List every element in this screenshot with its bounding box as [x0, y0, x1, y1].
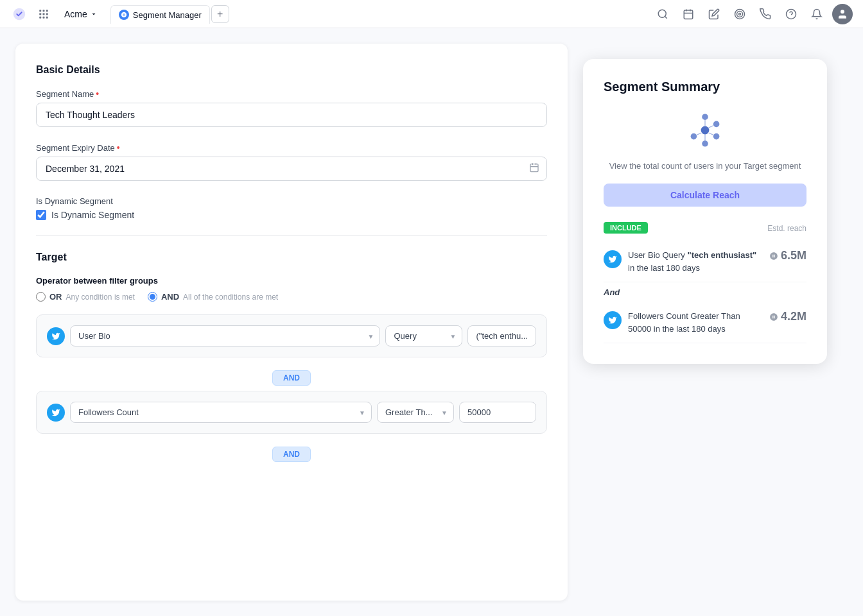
tab-label: Segment Manager — [133, 10, 202, 20]
and-button-1[interactable]: AND — [272, 370, 311, 386]
search-button[interactable] — [652, 4, 673, 24]
filter-field-wrapper-2: User Bio Followers Count Following Count… — [70, 402, 372, 423]
segment-summary-panel: Segment Summary View the total count of … — [583, 59, 827, 364]
summary-title: Segment Summary — [604, 80, 806, 94]
and-button-2[interactable]: AND — [272, 447, 311, 462]
filter-condition-select-2[interactable]: Greater Th... Less Than Equals — [377, 402, 454, 423]
calculate-reach-button[interactable]: Calculate Reach — [604, 184, 806, 207]
dynamic-label: Is Dynamic Segment — [36, 196, 547, 206]
svg-rect-7 — [43, 16, 45, 18]
filter-row-2: User Bio Followers Count Following Count… — [47, 402, 536, 423]
svg-rect-3 — [39, 13, 41, 15]
expiry-date-input[interactable] — [36, 157, 547, 181]
summary-item-text-1: User Bio Query "tech enthusiast" in the … — [628, 249, 763, 274]
svg-rect-2 — [46, 10, 48, 12]
brand-name: Acme — [64, 9, 87, 19]
segment-name-label: Segment Name • — [36, 89, 547, 99]
and-radio-option[interactable]: AND All of the conditions are met — [148, 292, 278, 302]
svg-point-28 — [713, 133, 720, 140]
svg-rect-1 — [43, 10, 45, 12]
filter-condition-select-1[interactable]: Query Contains Equals — [385, 325, 462, 346]
dynamic-checkbox-group: Is Dynamic Segment — [36, 210, 547, 220]
and-connector-1: AND — [36, 365, 547, 391]
operator-group: Operator between filter groups OR Any co… — [36, 276, 547, 302]
summary-description: View the total count of users in your Ta… — [604, 161, 806, 171]
tab-segment-manager[interactable]: Segment Manager — [110, 5, 210, 24]
summary-item-reach-2: 4.2M — [769, 310, 806, 323]
dynamic-checkbox[interactable] — [36, 210, 46, 220]
svg-point-26 — [702, 114, 708, 120]
target-section: Target Operator between filter groups OR… — [36, 252, 547, 467]
or-label: OR — [49, 292, 62, 302]
svg-rect-21 — [530, 164, 538, 172]
svg-line-33 — [709, 133, 713, 135]
summary-twitter-icon-1 — [604, 250, 622, 268]
network-icon — [684, 110, 726, 151]
topbar-actions — [652, 4, 853, 24]
filter-card-1: User Bio Followers Count Following Count… — [36, 314, 547, 357]
edit-button[interactable] — [704, 4, 724, 24]
brand-selector[interactable]: Acme — [59, 6, 103, 22]
and-radio[interactable] — [148, 292, 157, 302]
operator-label: Operator between filter groups — [36, 276, 547, 286]
or-radio-option[interactable]: OR Any condition is met — [36, 292, 135, 302]
estd-reach-label: Estd. reach — [767, 224, 806, 233]
svg-rect-5 — [46, 13, 48, 15]
svg-point-16 — [737, 11, 743, 17]
svg-line-35 — [697, 133, 701, 135]
topbar: Acme Segment Manager + — [0, 0, 863, 28]
svg-point-25 — [701, 126, 710, 135]
logo[interactable] — [10, 5, 28, 23]
svg-point-30 — [691, 133, 697, 140]
phone-button[interactable] — [755, 4, 776, 24]
segment-tab-icon — [119, 10, 129, 20]
filter-field-select-2[interactable]: User Bio Followers Count Following Count… — [70, 402, 372, 423]
svg-point-27 — [713, 121, 720, 128]
and-connector-2: AND — [36, 441, 547, 467]
dynamic-checkbox-label[interactable]: Is Dynamic Segment — [51, 210, 134, 220]
filter-value-input-2[interactable] — [459, 402, 536, 423]
avatar[interactable] — [832, 4, 853, 24]
svg-rect-0 — [39, 10, 41, 12]
required-marker: • — [96, 89, 99, 99]
dynamic-segment-group: Is Dynamic Segment Is Dynamic Segment — [36, 196, 547, 220]
basic-details-title: Basic Details — [36, 64, 547, 76]
expiry-date-label: Segment Expiry Date • — [36, 142, 547, 153]
help-button[interactable] — [781, 4, 801, 24]
target-title: Target — [36, 252, 547, 263]
calendar-icon — [529, 162, 539, 175]
calendar-button[interactable] — [678, 4, 699, 24]
form-panel: Basic Details Segment Name • Segment Exp… — [15, 44, 568, 601]
bell-button[interactable] — [806, 4, 827, 24]
twitter-badge-1 — [47, 327, 65, 345]
filter-condition-wrapper-1: Query Contains Equals ▼ — [385, 325, 462, 346]
svg-point-9 — [658, 10, 666, 17]
filter-field-wrapper-1: User Bio Followers Count Following Count… — [70, 325, 380, 346]
analytics-button[interactable] — [729, 4, 750, 24]
radio-group: OR Any condition is met AND All of the c… — [36, 292, 547, 302]
grid-icon[interactable] — [36, 6, 51, 22]
svg-line-10 — [665, 16, 667, 18]
twitter-badge-2 — [47, 404, 65, 422]
svg-line-32 — [709, 126, 713, 128]
svg-point-17 — [739, 13, 741, 15]
and-label: AND — [161, 292, 179, 302]
summary-item-2: Followers Count Greater Than 50000 in th… — [604, 302, 806, 343]
expiry-date-group: Segment Expiry Date • — [36, 142, 547, 181]
include-row-header: INCLUDE Estd. reach — [604, 222, 806, 234]
add-tab-button[interactable]: + — [211, 5, 229, 23]
svg-point-20 — [841, 10, 844, 13]
svg-rect-4 — [43, 13, 45, 15]
divider — [36, 235, 547, 236]
filter-field-select-1[interactable]: User Bio Followers Count Following Count… — [70, 325, 380, 346]
main-content: Basic Details Segment Name • Segment Exp… — [0, 28, 863, 616]
include-badge: INCLUDE — [604, 222, 648, 234]
segment-name-group: Segment Name • — [36, 89, 547, 127]
segment-name-input[interactable] — [36, 103, 547, 127]
summary-item-1: User Bio Query "tech enthusiast" in the … — [604, 241, 806, 282]
and-sublabel: All of the conditions are met — [183, 293, 278, 302]
summary-item-reach-1: 6.5M — [769, 249, 806, 262]
svg-rect-6 — [39, 16, 41, 18]
or-radio[interactable] — [36, 292, 46, 302]
summary-icon-area — [604, 110, 806, 151]
